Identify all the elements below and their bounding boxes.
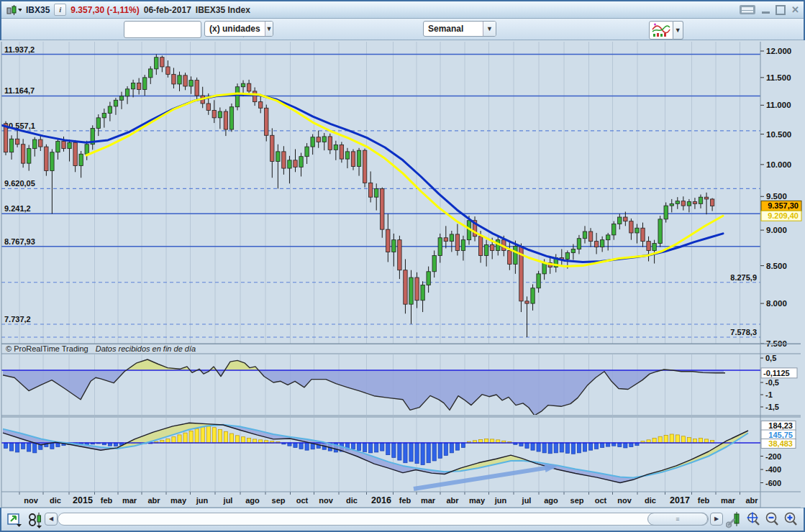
svg-text:feb: feb <box>698 496 710 505</box>
index-name-label: IBEX35 Index <box>196 5 250 15</box>
scrollbar-track[interactable] <box>58 513 709 526</box>
svg-text:-600: -600 <box>765 479 781 487</box>
svg-text:9.357,30: 9.357,30 <box>768 201 799 210</box>
provider-label: © ProRealTime Trading <box>6 344 88 353</box>
svg-text:9.620,05: 9.620,05 <box>4 179 35 188</box>
svg-text:-1,5: -1,5 <box>765 403 779 411</box>
chart-type-button[interactable]: ▼ <box>649 21 683 38</box>
svg-text:9.241,2: 9.241,2 <box>4 204 31 213</box>
copyright-bar: © ProRealTime TradingDatos recibidos en … <box>6 344 196 353</box>
chevron-down-icon: ▼ <box>483 22 496 36</box>
svg-text:may: may <box>469 496 486 505</box>
chart-type-icon <box>649 21 673 40</box>
chart-area[interactable]: 11.937,211.164,710.557,19.620,059.241,28… <box>0 40 805 508</box>
svg-text:abr: abr <box>147 496 160 505</box>
close-icon[interactable]: ✕ <box>791 5 799 15</box>
svg-text:2017: 2017 <box>670 495 690 505</box>
title-bar: IBX35 i 9.357,30 (-1,11%) 06-feb-2017 IB… <box>1 1 804 19</box>
keyboard-icon[interactable] <box>739 4 756 15</box>
chart-settings-wrench-icon[interactable] <box>725 510 744 529</box>
svg-text:dic: dic <box>645 496 656 505</box>
svg-text:2015: 2015 <box>73 495 93 505</box>
svg-text:12.000: 12.000 <box>766 47 791 55</box>
svg-text:feb: feb <box>101 496 113 505</box>
svg-text:jul: jul <box>223 496 233 505</box>
svg-text:145,75: 145,75 <box>768 431 793 439</box>
svg-text:11.937,2: 11.937,2 <box>4 45 35 54</box>
bottom-toolbar: ◀ ≡ ▶ <box>1 508 804 531</box>
svg-text:mar: mar <box>122 496 137 505</box>
svg-text:dic: dic <box>346 496 358 505</box>
svg-text:jun: jun <box>196 496 209 505</box>
info-icon[interactable]: i <box>54 4 66 16</box>
export-chart-icon[interactable] <box>6 510 24 529</box>
svg-text:10.557,1: 10.557,1 <box>4 121 35 130</box>
chevron-down-icon: ▼ <box>265 22 273 36</box>
svg-text:8.000: 8.000 <box>766 299 787 308</box>
data-note-label: Datos recibidos en fin de día <box>96 344 196 353</box>
svg-text:ago: ago <box>245 496 260 505</box>
svg-text:nov: nov <box>24 496 38 505</box>
svg-text:2016: 2016 <box>371 495 391 505</box>
time-axis: novdic2015febmarabrmayjunjulagosepoctnov… <box>24 495 758 505</box>
candlestick-symbol-icon[interactable] <box>6 4 22 16</box>
units-mode-value: (x) unidades <box>205 24 265 34</box>
svg-text:jun: jun <box>494 496 507 505</box>
svg-text:8.767,93: 8.767,93 <box>4 237 35 246</box>
svg-text:9.500: 9.500 <box>766 192 787 201</box>
svg-text:9.209,40: 9.209,40 <box>768 211 799 220</box>
maximize-icon[interactable] <box>776 5 786 15</box>
svg-text:sep: sep <box>272 496 286 505</box>
minimize-icon[interactable] <box>762 12 770 14</box>
units-count-group: ▲▼ <box>124 21 201 38</box>
svg-text:abr: abr <box>446 496 459 505</box>
svg-text:nov: nov <box>319 496 333 505</box>
svg-text:7.737,2: 7.737,2 <box>4 315 31 324</box>
svg-text:dic: dic <box>50 496 61 505</box>
svg-text:feb: feb <box>399 496 411 505</box>
svg-text:-400: -400 <box>765 465 781 474</box>
link-instrument-icon[interactable] <box>26 510 45 529</box>
svg-text:11.164,7: 11.164,7 <box>4 86 35 95</box>
svg-text:may: may <box>170 496 187 505</box>
svg-text:oct: oct <box>595 496 607 505</box>
svg-text:9.000: 9.000 <box>766 226 787 234</box>
timeframe-dropdown[interactable]: Semanal ▼ <box>423 21 496 37</box>
svg-text:7.578,3: 7.578,3 <box>730 328 757 336</box>
svg-text:sep: sep <box>570 496 584 505</box>
svg-text:mar: mar <box>421 496 436 505</box>
svg-text:-0,5: -0,5 <box>765 378 779 387</box>
symbol-label[interactable]: IBX35 <box>26 5 50 15</box>
svg-text:8.275,9: 8.275,9 <box>730 273 757 282</box>
chart-toolbar: ▲▼ (x) unidades ▼ Semanal ▼ ▼ <box>1 19 804 40</box>
svg-text:-0,1125: -0,1125 <box>763 369 790 377</box>
zoom-out-icon[interactable] <box>763 510 781 529</box>
svg-text:oct: oct <box>296 496 309 505</box>
svg-text:8.500: 8.500 <box>766 262 787 270</box>
scrollbar-thumb[interactable]: ≡ <box>647 513 708 526</box>
scroll-right-button[interactable]: ▶ <box>710 513 723 526</box>
svg-text:184,23: 184,23 <box>768 421 793 430</box>
scroll-left-button[interactable]: ◀ <box>45 513 58 526</box>
svg-text:nov: nov <box>617 496 632 505</box>
timeframe-value: Semanal <box>424 24 483 34</box>
svg-text:11.500: 11.500 <box>766 73 791 82</box>
svg-text:38,483: 38,483 <box>768 439 793 448</box>
svg-text:ago: ago <box>544 496 558 505</box>
svg-text:10.000: 10.000 <box>766 160 791 169</box>
date-label: 06-feb-2017 <box>144 5 191 15</box>
svg-text:mar: mar <box>721 496 736 505</box>
svg-text:10.500: 10.500 <box>766 130 791 139</box>
zoom-selection-icon[interactable] <box>744 510 763 529</box>
svg-text:-1: -1 <box>765 390 773 399</box>
units-mode-dropdown[interactable]: (x) unidades ▼ <box>204 21 273 37</box>
svg-text:0,5: 0,5 <box>765 354 776 362</box>
svg-text:11.000: 11.000 <box>766 101 791 109</box>
svg-text:jul: jul <box>522 496 532 505</box>
last-price-change: 9.357,30 (-1,11%) <box>71 5 139 15</box>
zoom-in-icon[interactable] <box>781 510 800 529</box>
chart-canvas[interactable]: 11.937,211.164,710.557,19.620,059.241,28… <box>0 40 805 508</box>
svg-text:abr: abr <box>745 496 758 505</box>
chevron-down-icon: ▼ <box>673 21 683 40</box>
svg-text:-200: -200 <box>765 452 781 461</box>
